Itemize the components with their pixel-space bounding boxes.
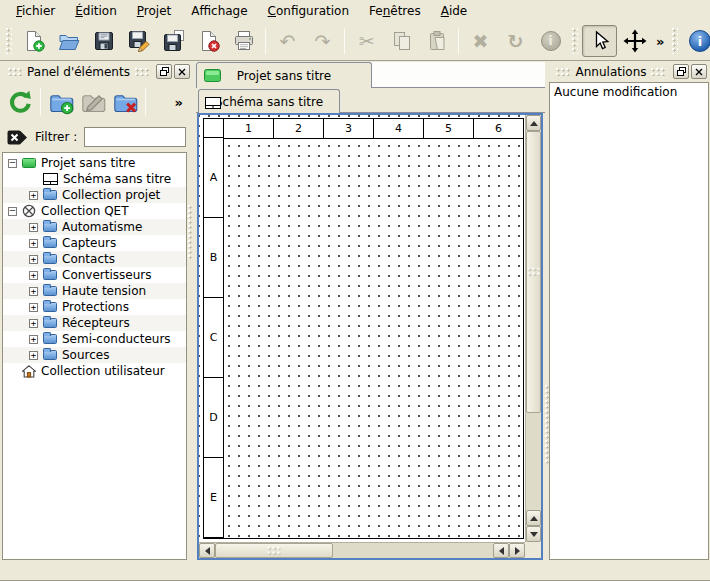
row-header: C (203, 297, 224, 378)
row-header: D (203, 377, 224, 458)
save-button[interactable] (86, 25, 121, 57)
scroll-up-button[interactable] (526, 510, 541, 526)
tree-item-collection-utilisateur[interactable]: Collection utilisateur (3, 363, 186, 379)
pan-mode-button[interactable] (617, 25, 652, 57)
panel-toolbar-separator (145, 88, 146, 116)
edit-category-button[interactable] (77, 86, 109, 118)
save-all-button[interactable] (156, 25, 191, 57)
dock-close-button[interactable] (174, 64, 190, 79)
folder-icon (43, 334, 57, 344)
new-document-button[interactable] (16, 25, 51, 57)
expand-expander-icon[interactable] (29, 271, 38, 280)
scroll-up-button[interactable] (526, 115, 541, 131)
column-header: 4 (373, 118, 424, 139)
collapse-expander-icon[interactable] (8, 159, 17, 168)
redo-button[interactable] (305, 25, 340, 57)
expand-expander-icon[interactable] (29, 303, 38, 312)
tree-item-convertisseurs[interactable]: Convertisseurs (3, 267, 186, 283)
dock-close-button[interactable] (691, 64, 707, 79)
float-icon (160, 67, 169, 76)
toolbar-drag-handle[interactable] (6, 28, 12, 54)
expand-expander-icon[interactable] (29, 319, 38, 328)
expand-expander-icon[interactable] (29, 255, 38, 264)
toolbar-drag-handle[interactable] (672, 28, 678, 54)
rotate-button[interactable] (498, 25, 533, 57)
tree-item-label: Contacts (62, 252, 115, 266)
menu-aide[interactable]: Aide (431, 1, 478, 21)
undo-panel-titlebar[interactable]: Annulations (548, 62, 710, 81)
menu-fenetres[interactable]: Fenêtres (359, 1, 431, 21)
scrollbar-corner (525, 542, 541, 558)
tree-item-capteurs[interactable]: Capteurs (3, 235, 186, 251)
menu-projet[interactable]: Projet (127, 1, 181, 21)
expand-expander-icon[interactable] (29, 335, 38, 344)
tree-item-collection-projet[interactable]: Collection projet (3, 187, 186, 203)
menu-affichage[interactable]: Affichage (181, 1, 257, 21)
collapse-expander-icon[interactable] (8, 207, 17, 216)
expand-expander-icon[interactable] (29, 191, 38, 200)
cut-button[interactable] (349, 25, 384, 57)
tree-item-collection-qet[interactable]: Collection QET (3, 203, 186, 219)
tab-projet-sans-titre[interactable]: Projet sans titre (196, 62, 372, 88)
tree-item-automatisme[interactable]: Automatisme (3, 219, 186, 235)
schema-canvas[interactable]: 1 2 3 4 5 6 A B C D E (199, 115, 525, 542)
undo-list-item[interactable]: Aucune modification (550, 83, 708, 101)
float-icon (677, 67, 686, 76)
tree-item-label: Sources (62, 348, 109, 362)
tab-schema-sans-titre[interactable]: Schéma sans titre (198, 89, 340, 113)
expand-expander-icon[interactable] (29, 223, 38, 232)
elements-panel-titlebar[interactable]: Panel d'éléments (0, 62, 193, 81)
scroll-left-button[interactable] (493, 543, 509, 558)
new-category-button[interactable] (45, 86, 77, 118)
scroll-right-button[interactable] (509, 543, 525, 558)
tree-item-sources[interactable]: Sources (3, 347, 186, 363)
tree-item-contacts[interactable]: Contacts (3, 251, 186, 267)
tree-item-haute-tension[interactable]: Haute tension (3, 283, 186, 299)
vertical-scrollbar[interactable] (525, 115, 541, 542)
tree-item-schema[interactable]: Schéma sans titre (3, 171, 186, 187)
left-splitter-handle[interactable] (188, 205, 193, 260)
toolbar-drag-handle[interactable] (572, 28, 578, 54)
scroll-down-button[interactable] (526, 526, 541, 542)
scroll-left-button[interactable] (199, 543, 215, 558)
column-header: 2 (273, 118, 324, 139)
tree-item-recepteurs[interactable]: Récepteurs (3, 315, 186, 331)
vertical-scrollbar-thumb[interactable] (526, 131, 541, 413)
open-project-button[interactable] (51, 25, 86, 57)
page-plus-icon (22, 29, 46, 53)
elements-tree[interactable]: Projet sans titre Schéma sans titre Coll… (2, 152, 187, 560)
toolbar-overflow-button[interactable]: » (652, 34, 668, 49)
object-info-button[interactable] (533, 25, 568, 57)
menu-configuration[interactable]: Configuration (258, 1, 359, 21)
close-file-button[interactable] (191, 25, 226, 57)
delete-category-button[interactable] (109, 86, 141, 118)
tree-item-project[interactable]: Projet sans titre (3, 155, 186, 171)
about-qet-button[interactable] (682, 25, 710, 57)
copy-button[interactable] (384, 25, 419, 57)
tree-item-protections[interactable]: Protections (3, 299, 186, 315)
reload-collections-button[interactable] (4, 86, 36, 118)
selection-mode-button[interactable] (582, 25, 617, 57)
expand-expander-icon[interactable] (29, 287, 38, 296)
panel-overflow-button[interactable]: » (175, 95, 183, 110)
menu-edition[interactable]: Édition (65, 1, 127, 21)
dock-float-button[interactable] (673, 64, 689, 79)
menu-fichier[interactable]: Fichier (6, 1, 65, 21)
expand-expander-icon[interactable] (29, 351, 38, 360)
print-button[interactable] (226, 25, 261, 57)
undo-button[interactable] (270, 25, 305, 57)
horizontal-scrollbar-thumb[interactable] (215, 543, 333, 558)
delete-button[interactable] (463, 25, 498, 57)
save-as-button[interactable] (121, 25, 156, 57)
tree-item-semi-conducteurs[interactable]: Semi-conducteurs (3, 331, 186, 347)
clear-filter-icon[interactable] (7, 129, 28, 146)
dock-title-texture (651, 68, 666, 76)
elements-panel-dock: Panel d'éléments (0, 62, 193, 560)
tree-item-label: Automatisme (62, 220, 142, 234)
paste-button[interactable] (419, 25, 454, 57)
expand-expander-icon[interactable] (29, 239, 38, 248)
horizontal-scrollbar[interactable] (199, 542, 525, 558)
dock-float-button[interactable] (156, 64, 172, 79)
filter-input[interactable] (84, 127, 186, 147)
undo-list[interactable]: Aucune modification (549, 82, 709, 560)
